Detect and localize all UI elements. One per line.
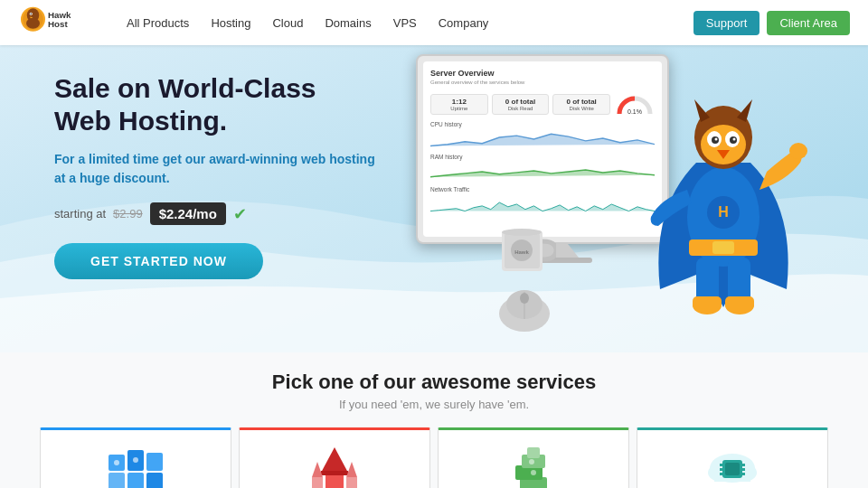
services-grid: Shared Hosting Semi-DedicatedHosting [36,427,832,488]
svg-point-4 [31,14,33,15]
client-area-button[interactable]: Client Area [767,11,850,35]
svg-marker-49 [321,447,348,473]
services-section: Pick one of our awesome services If you … [0,352,868,488]
nav-buttons: Support Client Area [693,11,850,35]
new-price: $2.24/mo [150,202,226,225]
dashboard-title: Server Overview [430,69,655,78]
service-card-shared[interactable]: Shared Hosting [40,427,231,488]
services-subtitle: If you need 'em, we surely have 'em. [36,398,832,411]
svg-rect-45 [146,473,163,489]
nav-domains[interactable]: Domains [325,16,371,30]
svg-point-36 [733,138,736,141]
svg-rect-21 [712,241,734,254]
svg-rect-66 [725,463,740,475]
svg-rect-27 [725,296,754,309]
svg-rect-51 [312,477,323,489]
old-price: $2.99 [113,207,143,221]
nav-links: All Products Hosting Cloud Domains VPS C… [127,16,693,30]
svg-text:Hawk: Hawk [48,10,71,20]
stat-disk-read: 0 of totalDisk Read [492,94,550,115]
service-card-semi-dedicated[interactable]: Semi-DedicatedHosting [239,427,430,488]
svg-point-46 [114,460,119,465]
nav-company[interactable]: Company [439,16,489,30]
semi-dedicated-icon [303,443,366,488]
mug-mouse-area: Hawk [488,212,561,334]
svg-rect-42 [146,453,163,471]
svg-rect-26 [693,296,722,309]
svg-rect-68 [720,468,722,471]
network-label: Network Traffic [430,186,655,192]
svg-rect-43 [108,473,125,489]
check-icon: ✔ [233,204,247,224]
svg-marker-54 [346,462,357,477]
cloud-svg [701,446,764,489]
svg-text:Host: Host [48,19,68,29]
svg-rect-53 [346,477,357,489]
svg-rect-71 [742,468,745,471]
nav-all-products[interactable]: All Products [127,16,189,30]
hero-subtitle: For a limited time get our award-winning… [54,150,375,188]
svg-rect-70 [742,464,745,466]
reseller-svg [502,446,565,489]
service-card-cloud[interactable]: Cloud Compute [637,427,828,488]
nav-vps[interactable]: VPS [393,16,417,30]
coffee-mug: Hawk [493,212,556,280]
mascot: H [633,72,814,352]
stat-uptime: 1:12Uptime [430,94,488,115]
svg-point-60 [531,470,536,475]
logo-area: Hawk Host [18,5,99,40]
shared-hosting-icon [104,443,167,488]
cloud-compute-icon [701,443,764,488]
mascot-svg: H [633,72,814,352]
semi-dedicated-svg [303,446,366,489]
price-row: starting at $2.99 $2.24/mo ✔ [54,202,375,225]
network-chart [430,193,655,213]
services-title: Pick one of our awesome services [36,371,832,394]
svg-rect-67 [720,464,722,466]
stat-disk-write: 0 of totalDisk Write [552,94,610,115]
svg-rect-58 [527,447,540,458]
ram-history-chart [430,161,655,181]
logo[interactable]: Hawk Host [18,5,99,40]
svg-point-5 [26,18,40,29]
svg-rect-50 [321,471,348,475]
svg-text:Hawk: Hawk [514,249,529,255]
nav-hosting[interactable]: Hosting [211,16,250,30]
svg-rect-44 [127,473,144,489]
dashboard-subtitle: General overview of the services below [430,80,655,85]
svg-marker-52 [312,462,323,477]
hero-content: Sale on World-ClassWeb Hosting. For a li… [54,72,375,279]
support-button[interactable]: Support [693,11,760,35]
svg-point-59 [529,459,534,465]
ram-history-label: RAM history [430,154,655,160]
svg-rect-72 [742,473,745,475]
mouse [488,285,561,334]
svg-point-37 [789,143,807,159]
hero-title: Sale on World-ClassWeb Hosting. [54,72,375,137]
shared-hosting-svg [104,446,167,489]
svg-point-18 [520,293,529,304]
get-started-button[interactable]: GET STARTED NOW [54,243,263,279]
svg-point-14 [502,229,542,236]
monitor-screen: Server Overview General overview of the … [423,61,662,237]
svg-point-47 [133,457,138,463]
nav-cloud[interactable]: Cloud [272,16,303,30]
service-card-reseller[interactable]: Reseller Hosting [438,427,629,488]
cpu-history-label: CPU history [430,121,655,127]
hero-section: Sale on World-ClassWeb Hosting. For a li… [0,45,868,352]
cpu-history-chart [430,128,655,148]
svg-point-35 [715,138,718,141]
starting-at-text: starting at [54,207,106,221]
svg-text:H: H [718,204,729,220]
svg-rect-69 [720,473,722,475]
reseller-hosting-icon [502,443,565,488]
navbar: Hawk Host All Products Hosting Cloud Dom… [0,0,868,45]
